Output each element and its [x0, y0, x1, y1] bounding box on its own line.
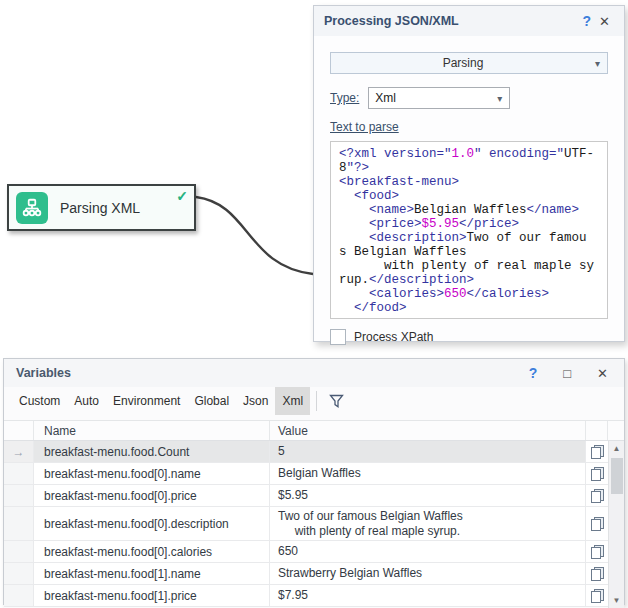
text-to-parse-input[interactable]: <?xml version="1.0" encoding="UTF-8"?><b…: [330, 141, 608, 319]
variable-value-cell: 5: [270, 441, 586, 462]
copy-button[interactable]: [586, 463, 608, 484]
xml-line: 8"?>: [339, 161, 599, 175]
row-indicator-cell: [4, 463, 34, 484]
xml-line: <name>Belgian Waffles</name>: [339, 203, 599, 217]
workflow-canvas: Parsing XML ✓ Processing JSON/XML ? ✕ Pa…: [0, 0, 628, 608]
variable-value-cell: $5.95: [270, 485, 586, 506]
table-row[interactable]: →breakfast-menu.food.Count5: [4, 441, 608, 463]
maximize-icon[interactable]: □: [559, 367, 575, 380]
tabs-container: CustomAutoEnvironmentGlobalJsonXml: [12, 387, 310, 415]
help-icon[interactable]: ?: [579, 14, 596, 28]
row-indicator-header: [4, 421, 34, 440]
copy-icon: [591, 567, 604, 581]
variable-name-cell: breakfast-menu.food[0].description: [34, 507, 270, 540]
tab-json[interactable]: Json: [236, 387, 275, 415]
sitemap-icon: [16, 192, 48, 224]
close-icon[interactable]: ✕: [595, 15, 614, 28]
variable-name-cell: breakfast-menu.food.Count: [34, 441, 270, 462]
table-header: Name Value: [4, 420, 624, 441]
processing-panel-titlebar: Processing JSON/XML ? ✕: [314, 6, 624, 36]
xml-line: with plenty of real maple sy: [339, 259, 599, 273]
copy-button[interactable]: [586, 441, 608, 462]
variables-table: Name Value →breakfast-menu.food.Count5br…: [4, 415, 624, 608]
copy-icon: [591, 467, 604, 481]
scroll-up-icon[interactable]: ▲: [613, 441, 621, 456]
help-icon[interactable]: ?: [525, 366, 542, 380]
scrollbar-thumb[interactable]: [611, 458, 623, 494]
close-icon[interactable]: ✕: [593, 367, 612, 380]
variable-name-cell: breakfast-menu.food[0].price: [34, 485, 270, 506]
processing-panel: Processing JSON/XML ? ✕ Parsing ▾ Type: …: [313, 5, 625, 342]
panel-title: Processing JSON/XML: [324, 14, 579, 28]
xml-line: s Belgian Waffles: [339, 245, 599, 259]
tab-xml[interactable]: Xml: [275, 387, 310, 415]
variable-value-cell: Strawberry Belgian Waffles: [270, 563, 586, 584]
row-indicator-cell: [4, 485, 34, 506]
row-indicator-cell: [4, 541, 34, 562]
variables-panel: Variables ? □ ✕ CustomAutoEnvironmentGlo…: [3, 358, 625, 605]
xml-line: <description>Two of our famou: [339, 231, 599, 245]
filter-icon: [329, 394, 344, 409]
process-xpath-label: Process XPath: [354, 330, 433, 344]
variable-value-cell: Belgian Waffles: [270, 463, 586, 484]
filter-button[interactable]: [323, 387, 350, 415]
table-row[interactable]: breakfast-menu.food[0].descriptionTwo of…: [4, 507, 608, 541]
table-row[interactable]: breakfast-menu.food[0].nameBelgian Waffl…: [4, 463, 608, 485]
xml-line: <calories>650</calories>: [339, 287, 599, 301]
table-row[interactable]: breakfast-menu.food[1].price$7.95: [4, 585, 608, 607]
xml-line: <food>: [339, 189, 599, 203]
tab-custom[interactable]: Custom: [12, 387, 67, 415]
tab-global[interactable]: Global: [187, 387, 236, 415]
row-indicator-cell: →: [4, 441, 34, 462]
copy-button[interactable]: [586, 563, 608, 584]
tab-auto[interactable]: Auto: [67, 387, 106, 415]
row-indicator-cell: [4, 585, 34, 606]
check-icon: ✓: [176, 188, 188, 204]
table-row[interactable]: breakfast-menu.food[0].price$5.95: [4, 485, 608, 507]
table-row[interactable]: breakfast-menu.food[0].calories650: [4, 541, 608, 563]
panel-title: Variables: [16, 366, 507, 380]
copy-button[interactable]: [586, 585, 608, 606]
action-selector[interactable]: Parsing ▾: [330, 52, 608, 74]
type-label: Type:: [330, 91, 359, 105]
variables-tabstrip: CustomAutoEnvironmentGlobalJsonXml: [4, 387, 624, 415]
value-column-header[interactable]: Value: [270, 421, 586, 440]
chevron-down-icon: ▾: [497, 93, 509, 104]
xml-line: <breakfast-menu>: [339, 175, 599, 189]
vertical-scrollbar[interactable]: ▲ ▼: [608, 441, 624, 608]
variable-name-cell: breakfast-menu.food[0].calories: [34, 541, 270, 562]
variable-name-cell: breakfast-menu.food[0].name: [34, 463, 270, 484]
chevron-down-icon: ▾: [595, 58, 607, 69]
copy-icon: [591, 545, 604, 559]
type-dropdown-value: Xml: [369, 91, 497, 105]
row-indicator-cell: [4, 563, 34, 584]
scroll-column-header: [608, 421, 624, 440]
node-parsing-xml[interactable]: Parsing XML ✓: [7, 184, 196, 231]
copy-button[interactable]: [586, 541, 608, 562]
variable-name-cell: breakfast-menu.food[1].price: [34, 585, 270, 606]
copy-button[interactable]: [586, 507, 608, 540]
xml-line: </food>: [339, 301, 599, 315]
tab-environment[interactable]: Environment: [106, 387, 187, 415]
copy-icon: [591, 589, 604, 603]
variable-value-cell: $7.95: [270, 585, 586, 606]
table-row[interactable]: breakfast-menu.food[1].nameStrawberry Be…: [4, 563, 608, 585]
copy-icon: [591, 445, 604, 459]
copy-icon: [591, 489, 604, 503]
text-to-parse-label: Text to parse: [330, 120, 399, 134]
row-indicator-cell: [4, 507, 34, 540]
xml-line: <price>$5.95</price>: [339, 217, 599, 231]
copy-button[interactable]: [586, 485, 608, 506]
copy-icon: [591, 517, 604, 531]
xml-line: <?xml version="1.0" encoding="UTF-: [339, 147, 599, 161]
variables-panel-titlebar: Variables ? □ ✕: [4, 359, 624, 387]
copy-column-header: [586, 421, 608, 440]
name-column-header[interactable]: Name: [34, 421, 270, 440]
variable-value-cell: Two of our famous Belgian Waffles with p…: [270, 507, 586, 540]
variable-value-cell: 650: [270, 541, 586, 562]
variables-rows: →breakfast-menu.food.Count5breakfast-men…: [4, 441, 608, 608]
type-dropdown[interactable]: Xml ▾: [368, 87, 510, 109]
scroll-down-icon[interactable]: ▼: [613, 593, 621, 608]
tab-separator: [316, 391, 317, 411]
process-xpath-checkbox[interactable]: [330, 329, 346, 345]
